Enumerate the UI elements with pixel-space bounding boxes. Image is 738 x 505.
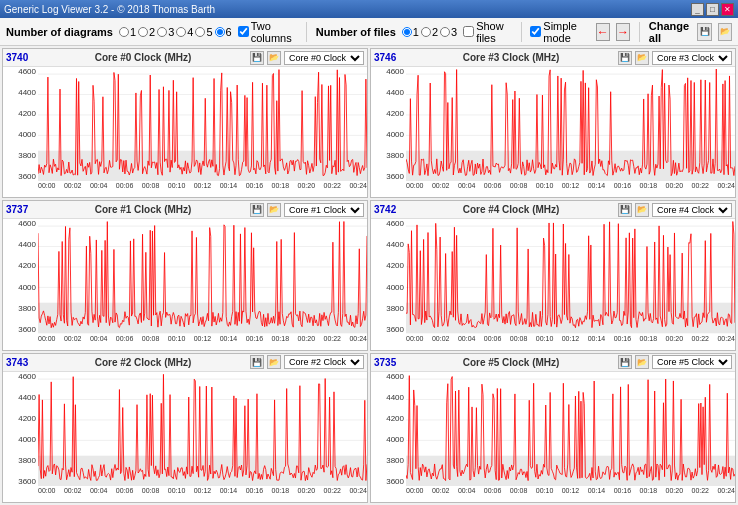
num-files-group: 1 2 3 <box>402 26 457 38</box>
chart-title-4: Core #2 Clock (MHz) <box>39 357 247 368</box>
chart-svg-1 <box>406 69 735 181</box>
show-files-checkbox[interactable] <box>463 26 474 37</box>
y-axis-0: 460044004200400038003600 <box>3 67 38 181</box>
chart-panel-0: 3740Core #0 Clock (MHz)💾📂Core #0 Clock (… <box>2 48 368 198</box>
x-axis-4: 00:0000:0200:0400:0600:0800:1000:1200:14… <box>38 486 367 502</box>
chart-panel-3: 3742Core #4 Clock (MHz)💾📂Core #4 Clock (… <box>370 200 736 350</box>
chart-dropdown-1[interactable]: Core #3 Clock (MHz) <box>652 51 732 65</box>
chart-body-3: 46004400420040003800360000:0000:0200:040… <box>371 219 735 349</box>
files-radio-2[interactable] <box>421 27 431 37</box>
title-bar-buttons: _ □ ✕ <box>691 3 734 16</box>
separator-1 <box>306 22 307 42</box>
arrow-right-button[interactable]: → <box>616 23 630 41</box>
diagrams-radio-2[interactable] <box>138 27 148 37</box>
diagrams-radio-5[interactable] <box>195 27 205 37</box>
chart-panel-2: 3737Core #1 Clock (MHz)💾📂Core #1 Clock (… <box>2 200 368 350</box>
chart-plot-0 <box>38 69 367 181</box>
chart-header-2: 3737Core #1 Clock (MHz)💾📂Core #1 Clock (… <box>3 201 367 219</box>
simple-mode-label: Simple mode <box>543 20 589 44</box>
chart-dropdown-3[interactable]: Core #4 Clock (MHz) <box>652 203 732 217</box>
num-diagrams-group: 1 2 3 4 5 6 <box>119 26 232 38</box>
chart-load-btn-2[interactable]: 📂 <box>267 203 281 217</box>
chart-value-2: 3737 <box>6 204 36 215</box>
toolbar: Number of diagrams 1 2 3 4 5 6 Two colum… <box>0 18 738 46</box>
chart-plot-5 <box>406 374 735 486</box>
close-button[interactable]: ✕ <box>721 3 734 16</box>
two-columns-label: Two columns <box>251 20 297 44</box>
chart-save-btn-1[interactable]: 💾 <box>618 51 632 65</box>
chart-save-btn-2[interactable]: 💾 <box>250 203 264 217</box>
chart-plot-1 <box>406 69 735 181</box>
diagrams-radio-1[interactable] <box>119 27 129 37</box>
chart-svg-3 <box>406 221 735 333</box>
chart-value-0: 3740 <box>6 52 36 63</box>
x-axis-0: 00:0000:0200:0400:0600:0800:1000:1200:14… <box>38 181 367 197</box>
chart-load-btn-3[interactable]: 📂 <box>635 203 649 217</box>
y-axis-5: 460044004200400038003600 <box>371 372 406 486</box>
two-columns-checkbox[interactable] <box>238 26 249 37</box>
chart-panel-5: 3735Core #5 Clock (MHz)💾📂Core #5 Clock (… <box>370 353 736 503</box>
chart-svg-0 <box>38 69 367 181</box>
change-all-load-button[interactable]: 📂 <box>718 23 732 41</box>
diagrams-radio-4[interactable] <box>176 27 186 37</box>
separator-3 <box>639 22 640 42</box>
files-radio-3[interactable] <box>440 27 450 37</box>
chart-load-btn-4[interactable]: 📂 <box>267 355 281 369</box>
chart-plot-4 <box>38 374 367 486</box>
diagrams-radio-3[interactable] <box>157 27 167 37</box>
chart-header-0: 3740Core #0 Clock (MHz)💾📂Core #0 Clock (… <box>3 49 367 67</box>
num-diagrams-label: Number of diagrams <box>6 26 113 38</box>
chart-body-5: 46004400420040003800360000:0000:0200:040… <box>371 372 735 502</box>
chart-save-btn-5[interactable]: 💾 <box>618 355 632 369</box>
chart-title-2: Core #1 Clock (MHz) <box>39 204 247 215</box>
x-axis-1: 00:0000:0200:0400:0600:0800:1000:1200:14… <box>406 181 735 197</box>
chart-value-4: 3743 <box>6 357 36 368</box>
chart-save-btn-0[interactable]: 💾 <box>250 51 264 65</box>
y-axis-4: 460044004200400038003600 <box>3 372 38 486</box>
num-files-label: Number of files <box>316 26 396 38</box>
title-bar: Generic Log Viewer 3.2 - © 2018 Thomas B… <box>0 0 738 18</box>
chart-body-2: 46004400420040003800360000:0000:0200:040… <box>3 219 367 349</box>
chart-body-4: 46004400420040003800360000:0000:0200:040… <box>3 372 367 502</box>
minimize-button[interactable]: _ <box>691 3 704 16</box>
simple-mode-checkbox[interactable] <box>530 26 541 37</box>
arrow-left-button[interactable]: ← <box>596 23 610 41</box>
title-bar-text: Generic Log Viewer 3.2 - © 2018 Thomas B… <box>4 4 215 15</box>
maximize-button[interactable]: □ <box>706 3 719 16</box>
y-axis-1: 460044004200400038003600 <box>371 67 406 181</box>
chart-save-btn-3[interactable]: 💾 <box>618 203 632 217</box>
separator-2 <box>521 22 522 42</box>
change-all-save-button[interactable]: 💾 <box>697 23 711 41</box>
chart-title-3: Core #4 Clock (MHz) <box>407 204 615 215</box>
chart-panel-1: 3746Core #3 Clock (MHz)💾📂Core #3 Clock (… <box>370 48 736 198</box>
simple-mode-container: Simple mode <box>530 20 589 44</box>
chart-title-0: Core #0 Clock (MHz) <box>39 52 247 63</box>
chart-save-btn-4[interactable]: 💾 <box>250 355 264 369</box>
diagrams-radio-6[interactable] <box>215 27 225 37</box>
chart-dropdown-5[interactable]: Core #5 Clock (MHz) <box>652 355 732 369</box>
chart-plot-2 <box>38 221 367 333</box>
chart-load-btn-5[interactable]: 📂 <box>635 355 649 369</box>
chart-svg-2 <box>38 221 367 333</box>
x-axis-5: 00:0000:0200:0400:0600:0800:1000:1200:14… <box>406 486 735 502</box>
chart-svg-4 <box>38 374 367 486</box>
chart-dropdown-4[interactable]: Core #2 Clock (MHz) <box>284 355 364 369</box>
chart-body-1: 46004400420040003800360000:0000:0200:040… <box>371 67 735 197</box>
chart-title-1: Core #3 Clock (MHz) <box>407 52 615 63</box>
chart-load-btn-1[interactable]: 📂 <box>635 51 649 65</box>
chart-load-btn-0[interactable]: 📂 <box>267 51 281 65</box>
change-all-label: Change all <box>649 20 692 44</box>
chart-value-1: 3746 <box>374 52 404 63</box>
chart-dropdown-2[interactable]: Core #1 Clock (MHz) <box>284 203 364 217</box>
chart-value-5: 3735 <box>374 357 404 368</box>
x-axis-3: 00:0000:0200:0400:0600:0800:1000:1200:14… <box>406 334 735 350</box>
charts-container: 3740Core #0 Clock (MHz)💾📂Core #0 Clock (… <box>0 46 738 505</box>
chart-plot-3 <box>406 221 735 333</box>
y-axis-2: 460044004200400038003600 <box>3 219 38 333</box>
chart-header-3: 3742Core #4 Clock (MHz)💾📂Core #4 Clock (… <box>371 201 735 219</box>
show-files-container: Show files <box>463 20 511 44</box>
chart-panel-4: 3743Core #2 Clock (MHz)💾📂Core #2 Clock (… <box>2 353 368 503</box>
chart-dropdown-0[interactable]: Core #0 Clock (MHz) <box>284 51 364 65</box>
two-columns-container: Two columns <box>238 20 297 44</box>
files-radio-1[interactable] <box>402 27 412 37</box>
